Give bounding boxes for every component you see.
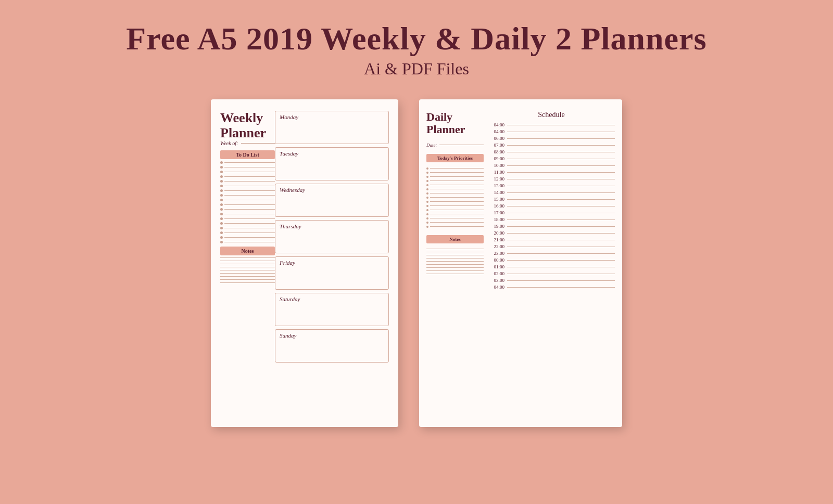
weekly-header: WeeklyPlanner Week of: To Do List bbox=[220, 111, 389, 363]
daily-notes-lines bbox=[426, 249, 484, 420]
day-wednesday: Wednesday bbox=[275, 184, 389, 217]
week-of-row: Week of: bbox=[220, 140, 275, 146]
weekly-days-column: Monday Tuesday Wednesday Thursday Friday… bbox=[275, 111, 389, 363]
weekly-notes-section: Notes bbox=[220, 247, 275, 283]
todo-header: To Do List bbox=[220, 150, 275, 159]
day-friday: Friday bbox=[275, 256, 389, 290]
daily-planner-title: DailyPlanner bbox=[426, 111, 484, 136]
date-label: Date: bbox=[426, 143, 437, 148]
weekly-notes-label: Notes bbox=[220, 247, 275, 255]
day-monday: Monday bbox=[275, 111, 389, 144]
schedule-title: Schedule bbox=[488, 111, 615, 119]
weekly-planner-title: WeeklyPlanner bbox=[220, 111, 268, 140]
page-title: Free A5 2019 Weekly & Daily 2 Planners bbox=[126, 21, 706, 56]
day-saturday: Saturday bbox=[275, 293, 389, 326]
planners-container: WeeklyPlanner Week of: To Do List bbox=[211, 99, 622, 427]
day-sunday: Sunday bbox=[275, 329, 389, 363]
priority-items bbox=[426, 167, 484, 228]
page-subtitle: Ai & PDF Files bbox=[126, 59, 706, 79]
priorities-header: Today's Priorities bbox=[426, 154, 484, 162]
day-thursday: Thursday bbox=[275, 220, 389, 253]
day-tuesday: Tuesday bbox=[275, 147, 389, 180]
daily-planner: DailyPlanner Date: Today's Priorities bbox=[419, 99, 622, 427]
todo-list bbox=[220, 161, 275, 243]
schedule-column: Schedule 04:00 04:00 06:00 07:00 08:00 0… bbox=[488, 111, 615, 420]
daily-notes-label: Notes bbox=[426, 235, 484, 243]
week-of-label: Week of: bbox=[220, 140, 238, 146]
weekly-planner: WeeklyPlanner Week of: To Do List bbox=[211, 99, 398, 427]
date-row: Date: bbox=[426, 143, 484, 148]
page-header: Free A5 2019 Weekly & Daily 2 Planners A… bbox=[126, 0, 706, 89]
daily-left-col: DailyPlanner Date: Today's Priorities bbox=[426, 111, 484, 420]
